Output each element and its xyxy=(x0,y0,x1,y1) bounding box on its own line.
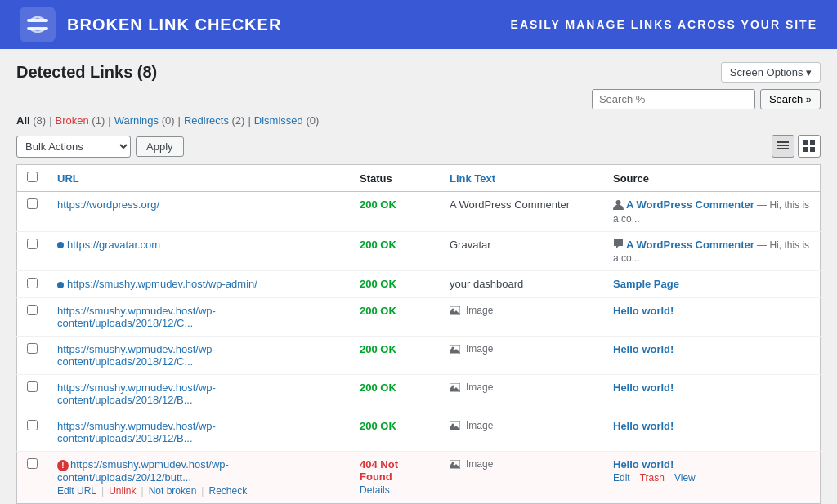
source-link-7[interactable]: Hello world! xyxy=(613,458,674,471)
search-button[interactable]: Search » xyxy=(760,89,821,109)
select-all-checkbox[interactable] xyxy=(27,172,38,182)
status-badge-4: 200 OK xyxy=(360,343,396,355)
link-text-image-5: Image xyxy=(450,381,493,393)
apply-button[interactable]: Apply xyxy=(136,136,184,157)
table-row: https://gravatar.com200 OKGravatarA Word… xyxy=(17,231,821,271)
table-row: https://smushy.wpmudev.host/wp-content/u… xyxy=(17,375,821,413)
screen-options-button[interactable]: Screen Options ▾ xyxy=(721,62,821,83)
status-badge-2: 200 OK xyxy=(360,278,396,290)
filter-redirects[interactable]: Redirects xyxy=(184,114,229,127)
table-row: !https://smushy.wpmudev.host/wp-content/… xyxy=(17,452,821,504)
list-view-button[interactable] xyxy=(772,135,794,158)
error-icon: ! xyxy=(57,460,69,471)
grid-view-button[interactable] xyxy=(798,135,821,158)
status-action-details-7[interactable]: Details xyxy=(360,484,390,496)
plugin-tagline: EASILY MANAGE LINKS ACROSS YOUR SITE xyxy=(511,18,817,31)
bulk-actions-select[interactable]: Bulk Actions xyxy=(16,136,131,158)
source-link-5[interactable]: Hello world! xyxy=(613,381,674,394)
source-link-2[interactable]: Sample Page xyxy=(613,278,679,290)
link-text-1: Gravatar xyxy=(450,239,491,251)
search-input[interactable] xyxy=(592,89,755,109)
source-link-3[interactable]: Hello world! xyxy=(613,305,674,317)
svg-rect-6 xyxy=(810,140,815,145)
url-link-4[interactable]: https://smushy.wpmudev.host/wp-content/u… xyxy=(57,343,216,368)
url-link-3[interactable]: https://smushy.wpmudev.host/wp-content/u… xyxy=(57,305,216,329)
source-action-view-7[interactable]: View xyxy=(674,472,696,484)
source-link-1[interactable]: A WordPress Commenter xyxy=(626,239,754,251)
status-badge-7: 404 Not Found xyxy=(360,458,398,483)
url-link-1[interactable]: https://gravatar.com xyxy=(67,239,160,251)
svg-rect-3 xyxy=(777,145,789,146)
action-not-broken-7[interactable]: Not broken xyxy=(149,485,197,497)
dot-indicator xyxy=(57,282,64,288)
row-checkbox-7[interactable] xyxy=(27,458,38,469)
source-link-4[interactable]: Hello world! xyxy=(613,343,674,355)
table-row: https://smushy.wpmudev.host/wp-content/u… xyxy=(17,337,821,375)
url-link-7[interactable]: https://smushy.wpmudev.host/wp-content/u… xyxy=(57,458,229,484)
row-checkbox-0[interactable] xyxy=(27,198,38,209)
plugin-logo xyxy=(20,7,56,42)
table-header-row: URL Status Link Text Source xyxy=(17,165,821,192)
row-checkbox-4[interactable] xyxy=(27,343,38,354)
plugin-title: BROKEN LINK CHECKER xyxy=(67,16,281,34)
filter-dismissed[interactable]: Dismissed xyxy=(254,114,303,127)
col-header-source: Source xyxy=(603,165,821,192)
action-edit-url-7[interactable]: Edit URL xyxy=(57,485,96,497)
status-badge-6: 200 OK xyxy=(360,420,396,432)
table-row: https://wordpress.org/200 OKA WordPress … xyxy=(17,192,821,232)
svg-rect-7 xyxy=(803,147,808,152)
toolbar-left: Bulk Actions Apply xyxy=(16,136,184,158)
table-row: https://smushy.wpmudev.host/wp-admin/200… xyxy=(17,271,821,298)
action-recheck-7[interactable]: Recheck xyxy=(208,485,247,497)
links-table: URL Status Link Text Source https://word… xyxy=(16,164,821,504)
row-checkbox-1[interactable] xyxy=(27,239,38,249)
select-all-header xyxy=(17,165,48,192)
url-link-5[interactable]: https://smushy.wpmudev.host/wp-content/u… xyxy=(57,381,216,406)
status-badge-1: 200 OK xyxy=(360,239,396,251)
source-link-6[interactable]: Hello world! xyxy=(613,420,674,432)
status-badge-0: 200 OK xyxy=(360,198,396,211)
row-actions-7: Edit URL|Unlink|Not broken|Recheck xyxy=(57,485,340,497)
table-row: https://smushy.wpmudev.host/wp-content/u… xyxy=(17,413,821,452)
col-header-url[interactable]: URL xyxy=(47,165,350,192)
row-checkbox-5[interactable] xyxy=(27,381,38,392)
filter-all[interactable]: All xyxy=(16,114,30,127)
dot-indicator xyxy=(57,242,64,248)
source-action-trash-7[interactable]: Trash xyxy=(640,472,665,484)
status-badge-3: 200 OK xyxy=(360,305,396,317)
row-checkbox-2[interactable] xyxy=(27,278,38,288)
filter-links: All (8) | Broken (1) | Warnings (0) | Re… xyxy=(16,114,821,127)
filter-warnings[interactable]: Warnings xyxy=(114,114,159,127)
url-link-6[interactable]: https://smushy.wpmudev.host/wp-content/u… xyxy=(57,420,216,444)
url-link-0[interactable]: https://wordpress.org/ xyxy=(57,198,159,211)
row-checkbox-3[interactable] xyxy=(27,305,38,315)
action-unlink-7[interactable]: Unlink xyxy=(109,485,136,497)
source-action-edit-7[interactable]: Edit xyxy=(613,472,630,484)
page-title: Detected Links (8) xyxy=(16,63,157,82)
source-icon-0 xyxy=(613,200,624,212)
link-text-image-6: Image xyxy=(450,420,493,431)
toolbar: Bulk Actions Apply xyxy=(16,135,821,158)
main-content: Detected Links (8) Screen Options ▾ Sear… xyxy=(0,49,837,504)
source-link-0[interactable]: A WordPress Commenter xyxy=(626,198,754,211)
link-text-0: A WordPress Commenter xyxy=(450,198,570,211)
toolbar-right xyxy=(772,135,821,158)
link-text-2: your dashboard xyxy=(450,278,523,290)
top-bar: Detected Links (8) Screen Options ▾ xyxy=(16,62,821,83)
source-icon-1 xyxy=(613,239,624,252)
svg-rect-8 xyxy=(810,147,815,152)
plugin-header: BROKEN LINK CHECKER EASILY MANAGE LINKS … xyxy=(0,0,837,49)
svg-point-9 xyxy=(616,200,621,205)
col-header-status: Status xyxy=(350,165,440,192)
url-link-2[interactable]: https://smushy.wpmudev.host/wp-admin/ xyxy=(67,278,257,290)
row-checkbox-6[interactable] xyxy=(27,420,38,430)
table-row: https://smushy.wpmudev.host/wp-content/u… xyxy=(17,298,821,337)
link-text-image-4: Image xyxy=(450,343,493,355)
link-text-image-3: Image xyxy=(450,305,493,316)
col-header-linktext[interactable]: Link Text xyxy=(440,165,603,192)
status-badge-5: 200 OK xyxy=(360,381,396,394)
svg-rect-2 xyxy=(777,141,789,143)
header-left: BROKEN LINK CHECKER xyxy=(20,7,281,42)
filter-broken[interactable]: Broken xyxy=(56,114,89,127)
link-text-image-7: Image xyxy=(450,458,493,470)
